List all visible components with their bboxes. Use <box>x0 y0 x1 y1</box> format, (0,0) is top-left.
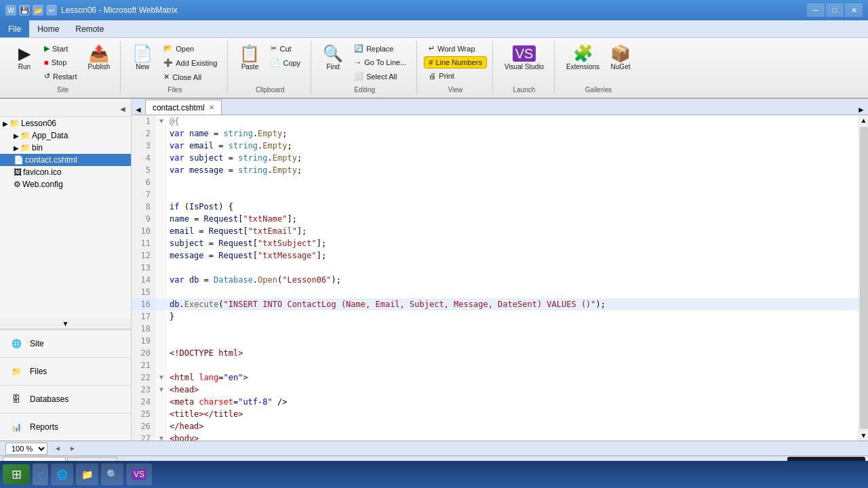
nav-reports-label: Reports <box>30 422 58 432</box>
add-existing-button[interactable]: ➕ Add Existing <box>159 56 222 69</box>
tab-close-icon[interactable]: ✕ <box>209 104 214 111</box>
titlebar-icons: W 💾 📂 ↩ <box>5 5 57 16</box>
find-button[interactable]: 🔍 Find <box>318 42 348 74</box>
print-button[interactable]: 🖨 Print <box>424 70 487 82</box>
code-line-5: 5 var message = string.Empty; <box>132 164 859 176</box>
folder-icon: 📁 <box>9 119 20 128</box>
code-line-26: 26 </head> <box>132 420 859 432</box>
open-button[interactable]: 📂 Open <box>159 42 222 55</box>
code-line-17: 17 } <box>132 310 859 323</box>
tab-scroll-right[interactable]: ► <box>857 105 865 115</box>
taskbar-explorer[interactable]: 📁 <box>76 464 98 485</box>
minimize-button[interactable]: ─ <box>807 3 825 17</box>
taskbar-ie[interactable]: e <box>33 464 48 485</box>
tree-item-favicon[interactable]: 🖼 favicon.ico <box>0 166 131 178</box>
restart-icon: ↺ <box>44 72 50 81</box>
code-line-11: 11 subject = Request["txtSubject"]; <box>132 237 859 249</box>
scroll-left-button[interactable]: ◄ <box>53 443 62 453</box>
taskbar-vs[interactable]: VS <box>126 464 152 485</box>
undo-icon[interactable]: ↩ <box>46 5 57 16</box>
tree-item-lesson06[interactable]: ▶ 📁 Lesson06 <box>0 117 131 129</box>
tree-item-app-data[interactable]: ▶ 📁 App_Data <box>0 129 131 142</box>
save-icon[interactable]: 💾 <box>19 5 30 16</box>
file-icon: 📄 <box>14 155 24 165</box>
code-line-12: 12 message = Request["txtMessage"]; <box>132 249 859 262</box>
tab-contact-cshtml[interactable]: contact.cshtml ✕ <box>145 100 222 115</box>
maximize-button[interactable]: □ <box>826 3 844 17</box>
ie-icon: e <box>38 468 43 481</box>
visual-studio-button[interactable]: VS Visual Studio <box>500 42 549 74</box>
tab-scroll-left[interactable]: ◄ <box>134 105 142 115</box>
menu-home[interactable]: Home <box>29 20 67 37</box>
stop-button[interactable]: ■ Stop <box>39 56 81 68</box>
files-nav-icon: 📁 <box>8 363 24 380</box>
menu-file[interactable]: File <box>0 20 29 37</box>
vertical-scrollbar[interactable]: ▲ ▼ <box>859 115 868 441</box>
restart-button[interactable]: ↺ Restart <box>39 70 81 83</box>
launch-buttons: VS Visual Studio <box>500 42 549 85</box>
select-all-button[interactable]: ⬜ Select All <box>349 70 411 83</box>
word-wrap-button[interactable]: ↵ Word Wrap <box>424 42 487 55</box>
tree-item-web-config[interactable]: ⚙ Web.config <box>0 178 131 190</box>
code-line-1: 1 ▼ @{ <box>132 115 859 127</box>
scroll-down-button[interactable]: ▼ <box>859 430 868 441</box>
start-icon: ▶ <box>44 44 50 53</box>
nav-files[interactable]: 📁 Files <box>0 357 131 385</box>
replace-icon: 🔄 <box>354 44 363 53</box>
run-button[interactable]: ▶ Run <box>11 42 38 74</box>
nav-reports[interactable]: 📊 Reports <box>0 413 131 441</box>
editor-container: ◄ contact.cshtml ✕ ► 1 ▼ @{ <box>132 99 868 441</box>
code-area[interactable]: 1 ▼ @{ 2 var name = string.Empty; 3 <box>132 115 859 441</box>
tree-item-bin[interactable]: ▶ 📁 bin <box>0 142 131 154</box>
code-line-22: 22 ▼ <html lang="en"> <box>132 371 859 384</box>
paste-button[interactable]: 📋 Paste <box>235 42 264 74</box>
nav-databases-label: Databases <box>30 394 68 404</box>
taskbar-search[interactable]: 🔍 <box>101 464 123 485</box>
sidebar-scroll-down[interactable]: ▼ <box>62 320 69 327</box>
reports-nav-icon: 📊 <box>8 419 24 435</box>
stop-icon: ■ <box>44 58 49 66</box>
tree-item-label: favicon.ico <box>23 167 62 177</box>
nav-databases[interactable]: 🗄 Databases <box>0 385 131 413</box>
goto-line-button[interactable]: → Go To Line... <box>349 56 411 68</box>
scroll-right-button[interactable]: ► <box>68 443 77 453</box>
ribbon-group-view: ↵ Word Wrap # Line Numbers 🖨 Print View <box>418 41 493 95</box>
menu-remote[interactable]: Remote <box>67 20 112 37</box>
galleries-buttons: 🧩 Extensions 📦 NuGet <box>561 42 635 85</box>
nuget-button[interactable]: 📦 NuGet <box>606 42 635 74</box>
code-line-25: 25 <title></title> <box>132 408 859 420</box>
ribbon-group-clipboard: 📋 Paste ✂ Cut 📄 Copy Clipboard <box>229 41 311 95</box>
sidebar: ◄ ▶ 📁 Lesson06 ▶ 📁 App_Data ▶ 📁 bin 📄 co… <box>0 99 132 441</box>
scroll-thumb[interactable] <box>860 127 868 429</box>
line-numbers-icon: # <box>429 58 433 66</box>
publish-button[interactable]: 📤 Publish <box>83 42 115 74</box>
tree-item-contact-cshtml[interactable]: 📄 contact.cshtml <box>0 154 131 166</box>
close-button[interactable]: ✕ <box>845 3 863 17</box>
open-icon[interactable]: 📂 <box>33 5 43 16</box>
cut-button[interactable]: ✂ Cut <box>266 42 305 55</box>
tree-item-label: Lesson06 <box>21 119 56 128</box>
sidebar-collapse-button[interactable]: ◄ <box>116 103 130 115</box>
new-button[interactable]: 📄 New <box>127 42 157 74</box>
close-all-icon: ✕ <box>163 73 170 81</box>
code-line-3: 3 var email = string.Empty; <box>132 140 859 152</box>
copy-button[interactable]: 📄 Copy <box>266 56 305 69</box>
nav-site-label: Site <box>30 339 44 348</box>
code-editor[interactable]: 1 ▼ @{ 2 var name = string.Empty; 3 <box>132 115 868 441</box>
start-button-taskbar[interactable]: ⊞ <box>3 464 30 485</box>
line-numbers-button[interactable]: # Line Numbers <box>424 56 487 68</box>
zoom-select[interactable]: 100 % 75 % 150 % <box>5 443 47 455</box>
taskbar-chrome[interactable]: 🌐 <box>51 464 73 485</box>
nav-site[interactable]: 🌐 Site <box>0 329 131 357</box>
code-line-24: 24 <meta charset="utf-8" /> <box>132 396 859 408</box>
close-all-button[interactable]: ✕ Close All <box>159 70 222 83</box>
extensions-button[interactable]: 🧩 Extensions <box>561 42 604 74</box>
folder-expand-icon: ▶ <box>3 120 8 127</box>
replace-button[interactable]: 🔄 Replace <box>349 42 411 55</box>
scroll-up-button[interactable]: ▲ <box>859 115 868 125</box>
files-buttons: 📄 New 📂 Open ➕ Add Existing ✕ Close All <box>127 42 222 85</box>
titlebar-left: W 💾 📂 ↩ Lesson06 - Microsoft WebMatrix <box>5 5 178 16</box>
start-button[interactable]: ▶ Start <box>39 42 81 55</box>
code-line-19: 19 <box>132 335 859 347</box>
code-line-15: 15 <box>132 286 859 298</box>
